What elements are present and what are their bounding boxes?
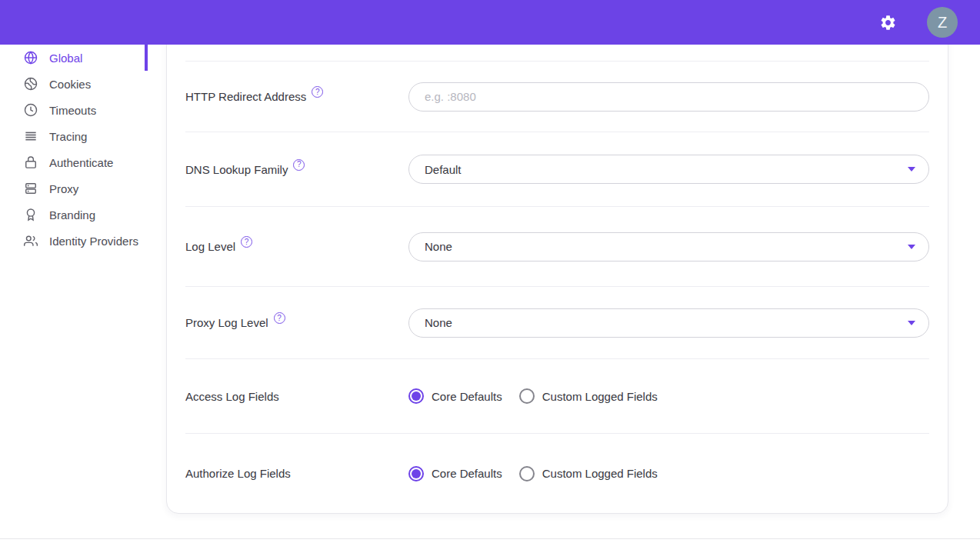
radio-button[interactable] <box>519 388 535 404</box>
settings-gear-button[interactable] <box>874 8 902 36</box>
sidebar-item-label: Branding <box>49 208 95 222</box>
field-control <box>408 82 929 112</box>
sidebar-item-identity-providers[interactable]: Identity Providers <box>0 228 148 254</box>
radio-option-core-defaults[interactable]: Core Defaults <box>408 388 502 404</box>
field-control: None <box>408 308 929 338</box>
field-label-text: Authorize Log Fields <box>185 467 291 480</box>
gear-icon <box>879 14 897 32</box>
http-redirect-address-input[interactable] <box>408 82 929 112</box>
radio-button[interactable] <box>408 466 424 481</box>
field-label-text: Log Level <box>185 240 235 253</box>
radio-option-custom-logged-fields[interactable]: Custom Logged Fields <box>519 466 658 481</box>
avatar-initial: Z <box>938 14 947 32</box>
form-row-access-log-fields: Access Log Fields Core Defaults Custom L… <box>185 358 929 433</box>
page-bottom-divider <box>0 538 980 539</box>
sidebar-item-cookies[interactable]: Cookies <box>0 71 148 97</box>
award-icon <box>23 207 38 222</box>
radio-label: Custom Logged Fields <box>542 390 658 403</box>
cookies-icon <box>23 76 38 92</box>
sidebar-item-label: Authenticate <box>49 156 113 169</box>
sidebar-item-proxy[interactable]: Proxy <box>0 175 148 202</box>
field-label: Log Level ? <box>185 240 408 253</box>
sidebar-item-label: Proxy <box>49 182 78 195</box>
settings-sidebar: Global Cookies Timeouts Tracing Authenti… <box>0 45 148 254</box>
sidebar-item-tracing[interactable]: Tracing <box>0 123 148 149</box>
field-control: Core Defaults Custom Logged Fields <box>408 388 929 404</box>
server-icon <box>23 181 38 196</box>
chevron-down-icon <box>908 245 915 249</box>
tracing-lines-icon <box>23 128 38 144</box>
radio-option-core-defaults[interactable]: Core Defaults <box>408 466 502 481</box>
chevron-down-icon <box>908 321 915 325</box>
field-label: Authorize Log Fields <box>185 467 408 480</box>
sidebar-item-label: Global <box>49 52 82 65</box>
form-row-log-level: Log Level ? None <box>185 206 929 286</box>
global-settings-card: HTTP Redirect Address ? DNS Lookup Famil… <box>166 29 948 514</box>
help-icon[interactable]: ? <box>241 236 252 248</box>
users-icon <box>23 233 38 248</box>
field-control: Default <box>408 155 929 184</box>
sidebar-item-label: Timeouts <box>49 104 96 117</box>
help-icon[interactable]: ? <box>293 159 305 171</box>
sidebar-item-global[interactable]: Global <box>0 45 148 71</box>
field-label: Proxy Log Level ? <box>185 316 408 329</box>
proxy-log-level-select[interactable]: None <box>408 308 929 338</box>
form-row-dns-lookup-family: DNS Lookup Family ? Default <box>185 132 929 206</box>
sidebar-item-authenticate[interactable]: Authenticate <box>0 149 148 175</box>
help-icon[interactable]: ? <box>312 86 323 98</box>
field-label: HTTP Redirect Address ? <box>185 90 408 103</box>
log-level-select[interactable]: None <box>408 232 929 262</box>
radio-option-custom-logged-fields[interactable]: Custom Logged Fields <box>519 388 658 404</box>
field-label-text: Proxy Log Level <box>185 316 268 329</box>
lock-icon <box>23 155 38 170</box>
field-control: None <box>408 232 929 262</box>
appbar: Z <box>0 0 980 45</box>
field-label-text: HTTP Redirect Address <box>185 90 306 103</box>
sidebar-item-timeouts[interactable]: Timeouts <box>0 97 148 123</box>
select-value: Default <box>425 163 462 176</box>
field-control: Core Defaults Custom Logged Fields <box>408 466 929 481</box>
radio-label: Core Defaults <box>432 467 502 480</box>
access-log-fields-radio-group: Core Defaults Custom Logged Fields <box>408 388 658 404</box>
field-label: Access Log Fields <box>185 390 408 403</box>
form-row-http-redirect-address: HTTP Redirect Address ? <box>185 61 929 132</box>
field-label-text: DNS Lookup Family <box>185 163 288 176</box>
form-row-proxy-log-level: Proxy Log Level ? None <box>185 286 929 358</box>
globe-icon <box>23 50 38 65</box>
chevron-down-icon <box>908 167 915 172</box>
user-avatar[interactable]: Z <box>927 7 958 38</box>
dns-lookup-family-select[interactable]: Default <box>408 155 929 184</box>
sidebar-item-branding[interactable]: Branding <box>0 202 148 228</box>
form-row-authorize-log-fields: Authorize Log Fields Core Defaults Custo… <box>185 433 929 513</box>
radio-button[interactable] <box>408 388 424 404</box>
field-label: DNS Lookup Family ? <box>185 163 408 176</box>
clock-icon <box>23 102 38 118</box>
help-icon[interactable]: ? <box>274 312 285 324</box>
app-window: Z Global Cookies Timeouts Tracing <box>0 0 980 543</box>
field-label-text: Access Log Fields <box>185 390 279 403</box>
sidebar-item-label: Tracing <box>49 130 87 143</box>
sidebar-item-label: Identity Providers <box>49 235 138 248</box>
sidebar-item-label: Cookies <box>49 78 91 91</box>
radio-label: Core Defaults <box>432 390 502 403</box>
select-value: None <box>425 316 452 329</box>
select-value: None <box>425 240 452 253</box>
radio-button[interactable] <box>519 466 535 481</box>
radio-label: Custom Logged Fields <box>542 467 658 480</box>
authorize-log-fields-radio-group: Core Defaults Custom Logged Fields <box>408 466 658 481</box>
